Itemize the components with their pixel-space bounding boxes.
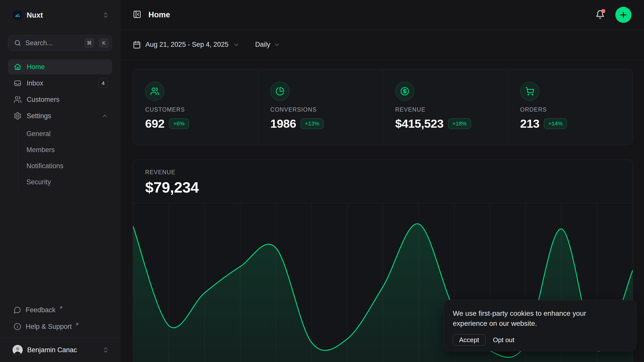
- revenue-chart-label: REVENUE: [145, 169, 621, 176]
- sidebar-item-home[interactable]: Home: [8, 59, 112, 74]
- stat-label: ORDERS: [520, 106, 623, 113]
- chevrons-up-down-icon: [102, 12, 109, 18]
- create-new-button[interactable]: [615, 7, 631, 23]
- sidebar-subitem-members[interactable]: Members: [26, 142, 112, 157]
- page-title: Home: [148, 10, 170, 19]
- granularity-select[interactable]: Daily: [255, 41, 280, 49]
- workspace-name: Nuxt: [27, 11, 98, 19]
- stat-card-conversions: CONVERSIONS 1986 +13%: [258, 69, 383, 145]
- inbox-icon: [14, 79, 22, 87]
- avatar: [13, 345, 23, 355]
- message-bubble-icon: [14, 306, 21, 314]
- accept-cookies-button[interactable]: Accept: [453, 334, 486, 346]
- granularity-value: Daily: [255, 41, 270, 49]
- house-icon: [14, 63, 22, 71]
- stats-row: CUSTOMERS 692 +6% CONVERSIONS 1986 +13%: [133, 69, 633, 145]
- optout-cookies-button[interactable]: Opt out: [493, 336, 514, 344]
- settings-subnav: General Members Notifications Security: [18, 126, 112, 190]
- dollar-circle-icon: [395, 82, 414, 101]
- nuxt-logo-icon: [13, 10, 23, 20]
- sidebar-subitem-notifications[interactable]: Notifications: [26, 158, 112, 173]
- stat-delta-badge: +14%: [544, 118, 567, 129]
- cookie-message-line2: experience on our website.: [453, 319, 627, 329]
- notifications-button[interactable]: [595, 10, 605, 20]
- inbox-count-badge: 4: [98, 78, 108, 88]
- calendar-icon: [133, 41, 141, 49]
- sidebar-item-customers[interactable]: Customers: [8, 92, 112, 107]
- sidebar-nav: Home Inbox 4 Customers Setting: [8, 59, 112, 190]
- footer-link-label: Feedback: [26, 306, 56, 314]
- sidebar-item-label: Home: [27, 63, 45, 71]
- panel-left-close-icon: [133, 10, 141, 19]
- arrow-up-right-icon: [75, 322, 79, 327]
- info-circle-icon: [14, 323, 21, 330]
- stat-delta-badge: +18%: [448, 118, 471, 129]
- sidebar-item-label: Inbox: [27, 79, 43, 87]
- kbd-k: K: [99, 38, 109, 48]
- top-bar: Home: [120, 0, 644, 30]
- plus-icon: [619, 11, 628, 19]
- search-input[interactable]: Search... ⌘ K: [8, 35, 112, 51]
- date-range-value: Aug 21, 2025 - Sep 4, 2025: [145, 41, 228, 49]
- app-root: Nuxt Search... ⌘ K Home: [0, 0, 644, 362]
- footer-link-label: Help & Support: [26, 323, 72, 331]
- stat-value: $415,523: [395, 117, 444, 130]
- sidebar-item-label: Customers: [27, 96, 60, 104]
- stat-label: REVENUE: [395, 106, 498, 113]
- chevron-up-icon: [101, 113, 108, 119]
- stat-label: CONVERSIONS: [270, 106, 373, 113]
- sidebar-item-settings[interactable]: Settings: [8, 108, 112, 123]
- chevron-down-icon: [274, 41, 280, 48]
- date-range-picker[interactable]: Aug 21, 2025 - Sep 4, 2025: [133, 41, 239, 49]
- sidebar-item-inbox[interactable]: Inbox 4: [8, 76, 112, 91]
- pie-chart-icon: [270, 82, 290, 101]
- gear-icon: [14, 112, 22, 120]
- chevrons-up-down-icon: [102, 347, 109, 353]
- stat-card-orders: ORDERS 213 +14%: [508, 69, 633, 145]
- sidebar-footer: Feedback Help & Support: [8, 302, 112, 338]
- stat-delta-badge: +6%: [169, 118, 189, 129]
- sidebar-subitem-general[interactable]: General: [26, 126, 112, 141]
- filters-toolbar: Aug 21, 2025 - Sep 4, 2025 Daily: [120, 30, 644, 60]
- help-support-link[interactable]: Help & Support: [8, 319, 112, 334]
- sidebar-subitem-security[interactable]: Security: [26, 174, 112, 190]
- users-icon: [145, 82, 164, 101]
- stat-value: 213: [520, 117, 540, 130]
- search-icon: [14, 39, 21, 47]
- unread-indicator-dot: [601, 9, 605, 13]
- stat-card-revenue: REVENUE $415,523 +18%: [383, 69, 508, 145]
- workspace-switcher[interactable]: Nuxt: [8, 7, 112, 24]
- stat-card-customers: CUSTOMERS 692 +6%: [133, 69, 258, 145]
- user-menu[interactable]: Benjamin Canac: [8, 338, 112, 362]
- revenue-chart-header: REVENUE $79,234: [133, 160, 633, 196]
- search-placeholder: Search...: [25, 39, 79, 47]
- shopping-cart-icon: [520, 82, 539, 101]
- feedback-link[interactable]: Feedback: [8, 302, 112, 318]
- user-name: Benjamin Canac: [27, 346, 98, 354]
- revenue-chart-value: $79,234: [145, 179, 621, 196]
- arrow-up-right-icon: [59, 305, 63, 310]
- users-icon: [14, 96, 22, 104]
- stat-value: 1986: [270, 117, 296, 130]
- sidebar-item-label: Settings: [27, 112, 51, 120]
- kbd-meta: ⌘: [85, 38, 94, 48]
- collapse-sidebar-button[interactable]: [133, 10, 141, 19]
- sidebar: Nuxt Search... ⌘ K Home: [0, 0, 120, 362]
- chevron-down-icon: [233, 41, 239, 48]
- stat-value: 692: [145, 117, 165, 130]
- cookie-message-line1: We use first-party cookies to enhance yo…: [453, 308, 627, 319]
- stat-label: CUSTOMERS: [145, 106, 248, 113]
- cookie-consent-banner: We use first-party cookies to enhance yo…: [444, 300, 636, 351]
- stat-delta-badge: +13%: [301, 118, 324, 129]
